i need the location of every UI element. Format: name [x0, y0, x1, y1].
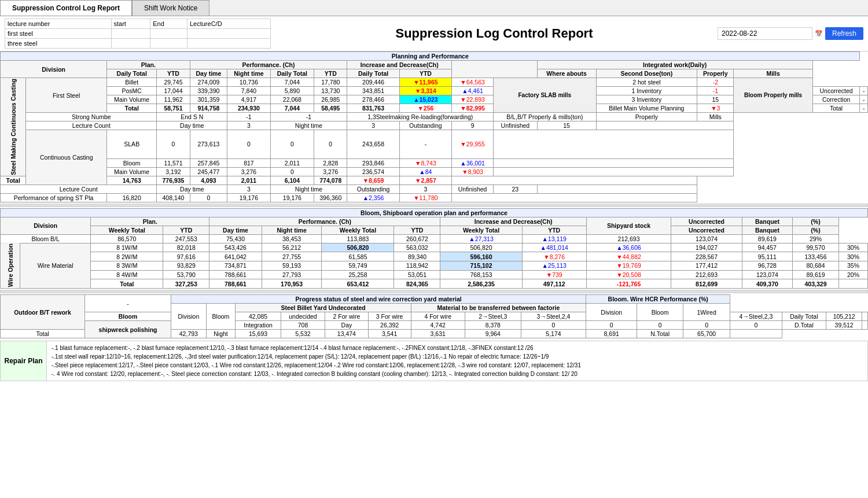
s2-w3-stock: 177,412: [671, 261, 742, 271]
section3-table: Outdoor B/T rework - Progress status of …: [0, 294, 868, 338]
s1-mainvol-py: 301,359: [190, 95, 227, 104]
s2-bbl-iy: ▲13,119: [522, 234, 586, 243]
s3-night-bloom: 15,693: [236, 330, 281, 338]
s3-hcr2-bloom: 39,512: [826, 321, 862, 330]
s1-cc-mainvol-iy: ▼8,903: [452, 167, 494, 176]
s2-wire-op-label: Wire Operation: [1, 243, 20, 288]
s1-bloom-pfy: 293,846: [347, 158, 399, 167]
s2-w2-div: 8 2W/M: [91, 252, 163, 261]
s2-w2-pfw: 89,340: [394, 252, 440, 261]
s1-lc1-day: Day time: [157, 121, 227, 130]
s1-spring-v5: 19,176: [270, 193, 314, 202]
calendar-icon[interactable]: 📅: [815, 30, 823, 38]
s1-inventory3-label: 3 Inventory: [596, 95, 697, 104]
s1-spring-v3: 0: [190, 193, 227, 202]
s3-night-fw2: 13,474: [325, 330, 368, 338]
s3-s24col: 3→Steel,2,4: [521, 312, 586, 321]
s2-w4-iw: ▼739: [522, 270, 586, 279]
s2-banquet-header: Banquet: [742, 217, 792, 226]
s1-bloom-iy: ▲36,001: [452, 158, 494, 167]
s1-lc2-outval: 3: [399, 185, 451, 193]
s2-perf-header: Performance. (Ch): [209, 217, 440, 226]
s2-shipyard-header: Shipyard stock: [586, 217, 671, 234]
s1-lc1-pad: [596, 121, 734, 130]
s1-cc-mainvol-pfd2: 3,276: [314, 167, 347, 176]
s1-lc1-nightval: 3: [347, 121, 399, 130]
s2-w1-pfw: 563,032: [394, 243, 440, 252]
s1-bloom-pd: 11,571: [157, 158, 190, 167]
s2-w3-pfw: 118,942: [394, 261, 440, 271]
s1-posmc-div: PosMC: [107, 87, 157, 95]
repair-text1: -.1 blast furnace replacement:-, -.2 bla…: [52, 344, 863, 352]
tab-shift-work[interactable]: Shift Work Notice: [132, 0, 209, 16]
s1-cc-mainvol-id: ▲84: [399, 167, 451, 176]
s1-billet-plan-val: ▼3: [697, 104, 734, 113]
section1-header: Planning and Performance: [1, 52, 860, 61]
s2-percent-header: (%): [793, 217, 839, 226]
s2-w2-iy: ▼44,882: [586, 252, 671, 261]
s3-night-s3: 9,964: [465, 330, 521, 338]
s1-sn-val1: -1: [227, 113, 270, 121]
s2-wtot-pfw: 824,365: [394, 279, 440, 289]
s1-total-pfd2: 58,495: [314, 104, 347, 113]
s1-mainvol-id: ▲15,023: [399, 95, 451, 104]
s3-outdoor-val: -: [84, 295, 171, 312]
section2-header: Bloom, Shipboard operation plan and perf…: [1, 208, 868, 217]
refresh-button[interactable]: Refresh: [825, 27, 863, 40]
s1-spring-v8: ▼11,780: [399, 193, 451, 202]
s1-hot-steel-label: 2 hot steel: [596, 78, 697, 87]
s1-posmc-id: ▼3,314: [399, 87, 451, 95]
s2-w2-stock: 228,567: [671, 252, 742, 261]
s2-wtot-stock: 812,699: [671, 279, 742, 289]
section2-table: Bloom, Shipboard operation plan and perf…: [0, 208, 868, 289]
s1-div-header: Division: [1, 61, 107, 78]
s2-perf-night: Night time: [262, 226, 322, 234]
s2-w3-py: 734,871: [209, 261, 262, 271]
s1-lc1-night: Night time: [270, 121, 347, 130]
s1-billet-py: 274,009: [190, 78, 227, 87]
s1-inc-daily: Daily Total: [347, 69, 399, 78]
s3-night-fw3: 3,541: [368, 330, 411, 338]
s1-cc-mainvol-py: 245,477: [190, 167, 227, 176]
s2-w4-pfy: 768,153: [440, 270, 522, 279]
s2-w1-div: 8 1W/M: [91, 243, 163, 252]
end-label: End: [150, 19, 187, 29]
s3-sw-val: 42,085: [236, 312, 281, 321]
s1-billet-div: Billet: [107, 78, 157, 87]
s1-billet-pfd2: 17,780: [314, 78, 347, 87]
s1-bloom-py: 257,845: [190, 158, 227, 167]
s2-w4-pct: 20%: [839, 270, 868, 279]
s1-slab-id: -: [399, 130, 451, 159]
s2-inc-header: Increase and Decrease(Ch): [440, 217, 586, 226]
s1-mainvol-pfy: 278,466: [347, 95, 399, 104]
s3-sw-label: Bloom: [84, 312, 171, 321]
s1-lc2-pad: [537, 185, 697, 193]
first-steel-end: [150, 29, 187, 39]
tab-suppression-control[interactable]: Suppression Control Log Report: [0, 0, 132, 16]
s3-night-s24: 5,174: [521, 330, 586, 338]
s1-posmc-py: 339,390: [190, 87, 227, 95]
s2-div-header: Division: [1, 217, 91, 234]
s2-perf-ytd: YTD: [394, 226, 440, 234]
s1-bloom-properly-cell: Bloom Properly mills: [734, 78, 812, 113]
section-divider-2: [0, 290, 868, 293]
s1-total-iy: ▼82,995: [452, 104, 494, 113]
s2-w1-unc: 94,457: [742, 243, 792, 252]
s2-wtot-div: Total: [91, 279, 163, 289]
s2-wtot-ban: 403,329: [793, 279, 839, 289]
s3-day-fw3: 0: [521, 321, 586, 330]
s1-posmc-pd: 17,044: [157, 87, 190, 95]
date-input[interactable]: [718, 27, 812, 40]
s2-bloom-bl-label: Bloom B/L: [1, 234, 91, 243]
s1-bloom-pad: [494, 158, 734, 167]
s1-billet-plan-label: Billet Main Volume Planning: [596, 104, 697, 113]
s1-mainvol-iy: ▼22,893: [452, 95, 494, 104]
s1-lc1-unf: Unfinished: [494, 121, 537, 130]
s1-properly: Properly: [697, 69, 734, 78]
s2-bbl-stock: 212,693: [586, 234, 671, 243]
s3-day-s24: 0: [683, 321, 730, 330]
s3-night-und: 5,532: [281, 330, 325, 338]
s1-posmc-iy: ▲4,461: [452, 87, 494, 95]
s2-w4-ban: 89,619: [793, 270, 839, 279]
s2-w2-pfd: 27,755: [262, 252, 322, 261]
